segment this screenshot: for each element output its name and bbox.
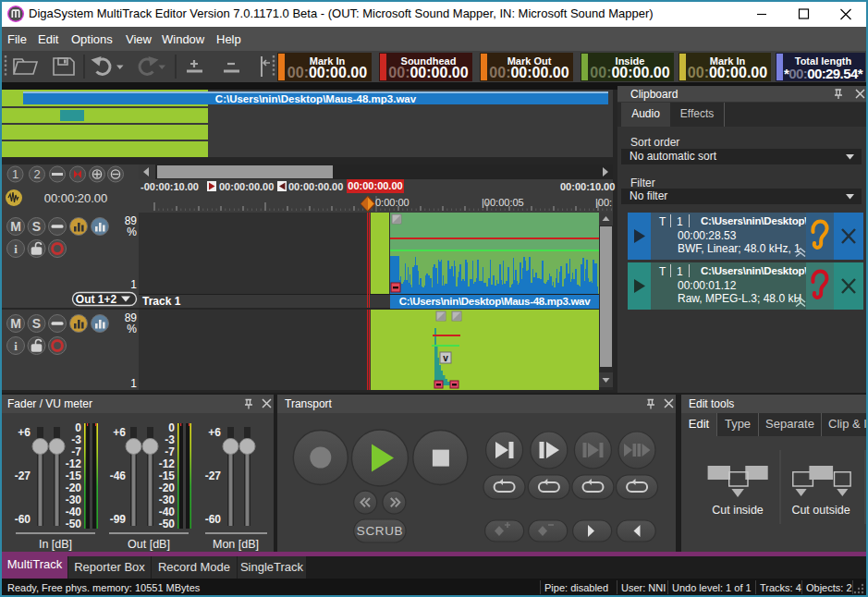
svg-text:2: 2	[33, 167, 40, 181]
svg-text:-46: -46	[110, 469, 127, 482]
svg-text:-60: -60	[15, 513, 31, 526]
svg-text:1: 1	[130, 377, 137, 390]
svg-text:-3: -3	[165, 433, 175, 446]
svg-text:SCRUB: SCRUB	[357, 524, 403, 538]
svg-text:-27: -27	[205, 469, 222, 482]
svg-text:1: 1	[12, 167, 18, 181]
svg-text:-40: -40	[159, 506, 176, 518]
svg-text:0: 0	[168, 421, 175, 434]
svg-text:S: S	[32, 316, 41, 331]
svg-text:-7: -7	[165, 445, 175, 458]
svg-text:-12: -12	[66, 457, 82, 470]
svg-text:M: M	[10, 219, 21, 234]
svg-text:v: v	[443, 353, 448, 363]
svg-text:-30: -30	[66, 493, 82, 506]
svg-text:Cut inside: Cut inside	[712, 504, 764, 517]
svg-text:In [dB]: In [dB]	[39, 538, 72, 551]
svg-text:%: %	[127, 225, 137, 238]
svg-text:+6: +6	[113, 426, 126, 439]
svg-text:-50: -50	[159, 518, 176, 530]
svg-text:-15: -15	[159, 469, 176, 482]
svg-text:-30: -30	[159, 493, 176, 506]
svg-text:-20: -20	[66, 481, 82, 494]
svg-text:0: 0	[75, 421, 81, 434]
svg-text:Out 1+2: Out 1+2	[76, 293, 117, 306]
svg-text:-99: -99	[110, 513, 127, 526]
svg-text:-60: -60	[205, 513, 222, 526]
svg-text:+6: +6	[208, 426, 221, 439]
svg-text:-7: -7	[71, 445, 81, 458]
svg-text:Mon [dB]: Mon [dB]	[213, 538, 259, 551]
svg-text:-12: -12	[159, 457, 176, 470]
svg-text:M: M	[10, 316, 21, 331]
svg-text:-40: -40	[66, 506, 82, 518]
svg-text:-50: -50	[66, 518, 82, 530]
svg-text:-15: -15	[66, 469, 82, 482]
svg-text:Out [dB]: Out [dB]	[128, 538, 170, 551]
svg-text:-3: -3	[71, 433, 81, 446]
svg-text:Cut outside: Cut outside	[791, 504, 850, 517]
svg-text:S: S	[32, 219, 41, 234]
svg-text:-20: -20	[159, 481, 176, 494]
svg-text:%: %	[127, 323, 137, 335]
svg-text:i: i	[14, 339, 18, 353]
svg-text:1: 1	[130, 278, 137, 291]
svg-text:+6: +6	[18, 426, 31, 439]
svg-text:i: i	[14, 242, 18, 256]
svg-text:-27: -27	[15, 469, 31, 482]
